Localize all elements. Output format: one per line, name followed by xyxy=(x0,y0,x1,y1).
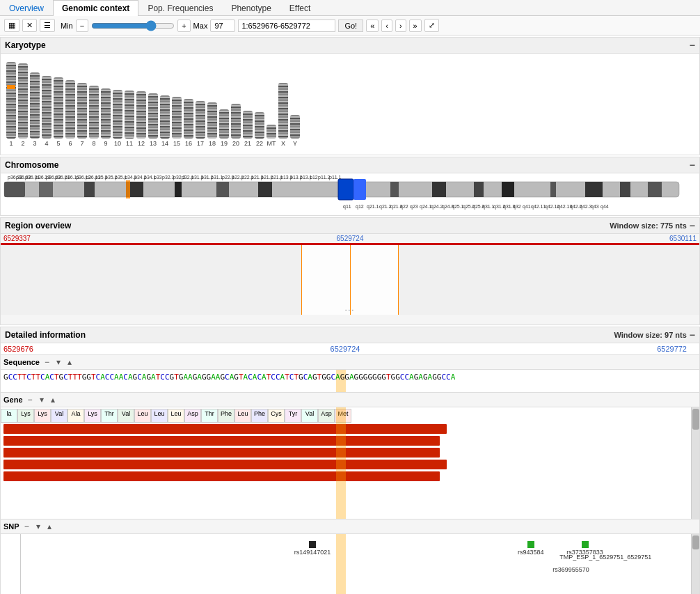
chromosome-9[interactable]: 9 xyxy=(101,88,111,147)
chromosome-label-4: 4 xyxy=(45,140,48,147)
chromosome-17[interactable]: 17 xyxy=(196,101,205,147)
nav-prev-btn[interactable]: ‹ xyxy=(381,19,392,32)
seq-char-34: C xyxy=(160,373,165,382)
seq-char-7: T xyxy=(35,373,40,382)
chromosome-10[interactable]: 10 xyxy=(113,90,122,147)
chromosome-1[interactable]: 1 xyxy=(6,62,16,147)
gene-down-btn[interactable]: ▾ xyxy=(38,394,46,405)
list-icon-btn[interactable]: ☰ xyxy=(40,19,55,32)
sequence-down-btn[interactable]: ▾ xyxy=(54,357,63,368)
chromosome-8[interactable]: 8 xyxy=(89,86,99,147)
detailed-window-size: Window size: 97 nts xyxy=(614,331,686,339)
snp-down-btn[interactable]: ▾ xyxy=(34,521,42,532)
gene-track: Gene − ▾ ▴ laLysLysValAlaLysThrValLeuLeu… xyxy=(1,392,699,519)
chromosome-label-1: 1 xyxy=(9,140,13,147)
gene-up-btn[interactable]: ▴ xyxy=(49,394,57,405)
chromosome-X[interactable]: X xyxy=(278,83,288,147)
chromosome-19[interactable]: 19 xyxy=(219,109,229,147)
svg-rect-13 xyxy=(502,182,514,197)
karyotype-collapse-btn[interactable]: − xyxy=(690,40,695,51)
chromosome-2[interactable]: 2 xyxy=(18,63,28,147)
amino-cell-14: Leu xyxy=(234,409,251,423)
tab-genomic[interactable]: Genomic context xyxy=(53,0,138,16)
plus-btn[interactable]: + xyxy=(177,19,190,32)
seq-char-51: T xyxy=(239,373,244,382)
tab-effect[interactable]: Effect xyxy=(280,0,319,16)
tab-popfreq[interactable]: Pop. Frequencies xyxy=(138,0,222,16)
region-overview-right: Window size: 775 nts − xyxy=(610,220,695,231)
tab-phenotype[interactable]: Phenotype xyxy=(222,0,280,16)
chromosome-Y[interactable]: Y xyxy=(290,115,300,147)
chromosome-22[interactable]: 22 xyxy=(255,112,264,147)
zoom-slider[interactable] xyxy=(91,20,175,31)
chromosome-20[interactable]: 20 xyxy=(231,104,241,147)
chromosomes-container: 12345678910111213141516171819202122MTXY xyxy=(6,56,694,147)
chromosome-7[interactable]: 7 xyxy=(77,83,87,147)
chromosome-collapse-btn[interactable]: − xyxy=(690,159,695,171)
seq-char-80: G xyxy=(372,373,377,382)
gene-scrollbar-thumb[interactable] xyxy=(692,409,699,430)
seq-char-79: G xyxy=(367,373,372,382)
seq-char-77: G xyxy=(358,373,363,382)
amino-cell-10: Leu xyxy=(168,409,184,423)
region-overview-collapse-btn[interactable]: − xyxy=(690,220,695,231)
close-icon-btn[interactable]: ✕ xyxy=(22,19,37,32)
seq-char-75: A xyxy=(349,373,354,382)
chromosome-5[interactable]: 5 xyxy=(54,77,63,147)
seq-char-74: G xyxy=(344,373,349,382)
chromosome-band-22 xyxy=(255,112,264,139)
amino-cell-11: Asp xyxy=(184,409,201,423)
chromosome-6[interactable]: 6 xyxy=(65,80,75,147)
chromosome-4[interactable]: 4 xyxy=(42,76,51,147)
seq-char-72: A xyxy=(335,373,340,382)
fullscreen-btn[interactable]: ⤢ xyxy=(424,19,439,32)
snp-scrollbar-thumb[interactable] xyxy=(692,536,699,549)
amino-cell-17: Tyr xyxy=(285,409,301,423)
sequence-up-btn[interactable]: ▴ xyxy=(65,357,74,368)
minus-btn[interactable]: − xyxy=(76,19,88,32)
nav-first-btn[interactable]: « xyxy=(366,19,379,32)
sequence-track-label: Sequence xyxy=(3,358,40,366)
chromosome-12[interactable]: 12 xyxy=(136,91,146,147)
nav-next-btn[interactable]: › xyxy=(395,19,406,32)
seq-char-90: A xyxy=(418,373,423,382)
sequence-track-header: Sequence − ▾ ▴ xyxy=(1,355,699,370)
histogram-icon-btn[interactable]: ▦ xyxy=(4,19,19,32)
svg-text:q23: q23 xyxy=(410,204,418,210)
chromosome-band-5 xyxy=(54,77,63,139)
go-button[interactable]: Go! xyxy=(338,19,363,32)
chromosome-label-22: 22 xyxy=(256,140,263,147)
position-input[interactable] xyxy=(238,19,335,32)
chromosome-16[interactable]: 16 xyxy=(184,99,193,147)
gene-minus-btn[interactable]: − xyxy=(26,394,35,405)
chromosome-15[interactable]: 15 xyxy=(172,97,182,147)
seq-char-69: G xyxy=(321,373,326,382)
nav-last-btn[interactable]: » xyxy=(409,19,422,32)
chromosome-label-17: 17 xyxy=(197,140,204,147)
chromosome-11[interactable]: 11 xyxy=(125,91,134,147)
snp-box-rs373357833 xyxy=(582,541,589,548)
detailed-collapse-btn[interactable]: − xyxy=(690,329,695,341)
snp-label-rs149147021: rs149147021 xyxy=(294,549,331,556)
chromosome-3[interactable]: 3 xyxy=(30,72,40,147)
seq-char-24: A xyxy=(114,373,119,382)
seq-char-5: C xyxy=(26,373,31,382)
snp-up-btn[interactable]: ▴ xyxy=(45,521,54,532)
sequence-minus-btn[interactable]: − xyxy=(42,357,51,368)
chromosome-MT[interactable]: MT xyxy=(267,125,276,147)
gene-scrollbar[interactable] xyxy=(691,407,699,519)
snp-minus-btn[interactable]: − xyxy=(22,521,31,532)
chromosome-band-4 xyxy=(42,76,51,139)
svg-rect-11 xyxy=(432,182,446,197)
chromosome-21[interactable]: 21 xyxy=(243,111,253,147)
chromosome-14[interactable]: 14 xyxy=(160,95,170,147)
chromosome-13[interactable]: 13 xyxy=(148,93,158,147)
detailed-right-pos: 6529772 xyxy=(657,345,697,353)
region-overview-header: Region overview Window size: 775 nts − xyxy=(1,218,699,234)
tab-overview[interactable]: Overview xyxy=(0,0,53,16)
snp-scrollbar[interactable] xyxy=(691,534,699,594)
max-input[interactable] xyxy=(210,19,235,32)
svg-text:q11: q11 xyxy=(343,204,351,210)
chromosome-18[interactable]: 18 xyxy=(207,102,217,147)
region-window-size: Window size: 775 nts xyxy=(610,221,687,230)
